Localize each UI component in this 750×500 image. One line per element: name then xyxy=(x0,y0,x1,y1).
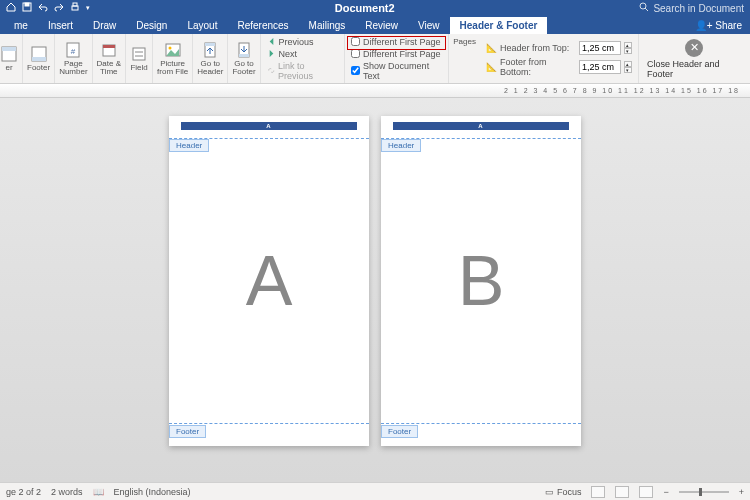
footer-guide xyxy=(381,423,581,424)
page-1[interactable]: A Header A Footer xyxy=(169,116,369,446)
previous-button[interactable]: Previous xyxy=(267,37,339,47)
document-canvas: A Header A Footer A Header B Footer xyxy=(0,98,750,482)
svg-rect-2 xyxy=(72,6,78,10)
goto-footer-button[interactable]: Go to Footer xyxy=(228,34,260,83)
calendar-icon xyxy=(100,41,118,59)
tab-design[interactable]: Design xyxy=(126,17,177,34)
redo-icon[interactable] xyxy=(54,2,64,14)
header-icon xyxy=(0,45,18,63)
close-header-footer-button[interactable]: ✕ Close Header and Footer xyxy=(639,34,750,83)
title-bar: ▾ Document2 Search in Document xyxy=(0,0,750,16)
ruler-icon: 📐 xyxy=(486,43,497,53)
svg-rect-7 xyxy=(2,47,16,51)
goto-header-icon xyxy=(201,41,219,59)
save-icon[interactable] xyxy=(22,2,32,14)
svg-rect-9 xyxy=(32,57,46,61)
word-count[interactable]: 2 words xyxy=(51,487,83,497)
footer-spinner[interactable]: ▴▾ xyxy=(624,61,632,73)
header-spinner[interactable]: ▴▾ xyxy=(624,42,632,54)
language-indicator[interactable]: English (Indonesia) xyxy=(114,487,191,497)
next-button[interactable]: Next xyxy=(267,49,339,59)
ruler-icon: 📐 xyxy=(486,62,497,72)
svg-rect-1 xyxy=(25,3,29,6)
horizontal-ruler[interactable]: 2 1 2 3 4 5 6 7 8 9 10 11 12 13 14 15 16… xyxy=(0,84,750,98)
svg-rect-13 xyxy=(103,45,115,48)
footer-icon xyxy=(30,45,48,63)
picture-icon xyxy=(164,41,182,59)
zoom-out-button[interactable]: − xyxy=(663,487,668,497)
zoom-in-button[interactable]: + xyxy=(739,487,744,497)
svg-line-5 xyxy=(645,8,648,11)
pages-label: Pages xyxy=(449,34,480,83)
read-mode-button[interactable] xyxy=(591,486,605,498)
field-button[interactable]: Field xyxy=(126,34,153,83)
share-button[interactable]: 👤+ Share xyxy=(687,17,750,34)
picture-button[interactable]: Picture from File xyxy=(153,34,193,83)
show-document-text-checkbox[interactable]: Show Document Text xyxy=(351,61,442,81)
page-number-button[interactable]: # Page Number xyxy=(55,34,92,83)
footer-from-bottom-input[interactable] xyxy=(579,60,621,74)
page-indicator[interactable]: ge 2 of 2 xyxy=(6,487,41,497)
footer-button[interactable]: Footer xyxy=(23,34,55,83)
print-layout-button[interactable] xyxy=(615,486,629,498)
tab-home[interactable]: me xyxy=(4,17,38,34)
focus-mode-button[interactable]: ▭ Focus xyxy=(545,487,581,497)
header-from-top-input[interactable] xyxy=(579,41,621,55)
date-time-button[interactable]: Date & Time xyxy=(93,34,126,83)
search-icon xyxy=(639,2,649,14)
search-box[interactable]: Search in Document xyxy=(639,2,744,14)
position-group: 📐Header from Top: ▴▾ 📐Footer from Bottom… xyxy=(480,34,639,83)
footer-tag: Footer xyxy=(381,425,418,438)
svg-rect-22 xyxy=(239,54,249,57)
spellcheck-icon[interactable]: 📖 xyxy=(93,487,104,497)
ribbon: er Footer # Page Number Date & Time Fiel… xyxy=(0,34,750,84)
svg-point-18 xyxy=(168,47,171,50)
page-body-text: B xyxy=(381,116,581,446)
document-title: Document2 xyxy=(90,2,639,14)
tab-layout[interactable]: Layout xyxy=(177,17,227,34)
svg-rect-3 xyxy=(73,3,77,6)
tab-references[interactable]: References xyxy=(227,17,298,34)
undo-icon[interactable] xyxy=(38,2,48,14)
close-icon: ✕ xyxy=(685,39,703,57)
footer-guide xyxy=(169,423,369,424)
link-previous-button[interactable]: Link to Previous xyxy=(267,61,339,81)
search-placeholder: Search in Document xyxy=(653,3,744,14)
navigation-group: Previous Next Link to Previous xyxy=(261,34,346,83)
different-first-page-checkbox[interactable]: Different First Page xyxy=(351,37,442,47)
tab-header-footer[interactable]: Header & Footer xyxy=(450,17,548,34)
tab-draw[interactable]: Draw xyxy=(83,17,126,34)
svg-rect-20 xyxy=(205,43,215,46)
home-icon[interactable] xyxy=(6,2,16,14)
zoom-slider[interactable] xyxy=(679,491,729,493)
header-button[interactable]: er xyxy=(0,34,23,83)
ribbon-tabs: me Insert Draw Design Layout References … xyxy=(0,16,750,34)
field-icon xyxy=(130,45,148,63)
status-bar: ge 2 of 2 2 words 📖 English (Indonesia) … xyxy=(0,482,750,500)
tab-view[interactable]: View xyxy=(408,17,450,34)
svg-text:#: # xyxy=(71,47,76,56)
print-icon[interactable] xyxy=(70,2,80,14)
tab-insert[interactable]: Insert xyxy=(38,17,83,34)
tab-mailings[interactable]: Mailings xyxy=(299,17,356,34)
goto-header-button[interactable]: Go to Header xyxy=(193,34,228,83)
tab-review[interactable]: Review xyxy=(355,17,408,34)
page-number-icon: # xyxy=(64,41,82,59)
web-layout-button[interactable] xyxy=(639,486,653,498)
quick-access-toolbar: ▾ xyxy=(6,2,90,14)
goto-footer-icon xyxy=(235,41,253,59)
page-2[interactable]: A Header B Footer xyxy=(381,116,581,446)
svg-rect-14 xyxy=(133,48,145,60)
different-odd-even-checkbox[interactable]: Different First Page xyxy=(351,49,442,59)
page-body-text: A xyxy=(169,116,369,446)
footer-tag: Footer xyxy=(169,425,206,438)
options-group: Different First Page Different First Pag… xyxy=(345,34,449,83)
